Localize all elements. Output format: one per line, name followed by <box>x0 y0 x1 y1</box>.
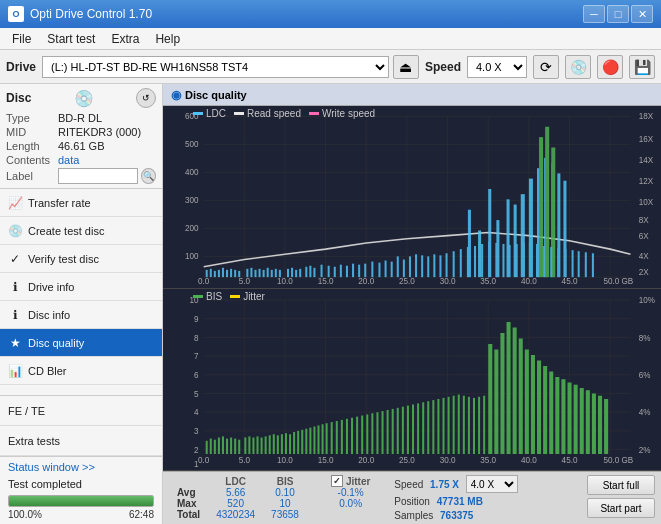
nav-disc-quality-label: Disc quality <box>28 337 84 349</box>
disc-panel-refresh[interactable]: ↺ <box>136 88 156 108</box>
svg-rect-194 <box>293 432 295 454</box>
svg-rect-180 <box>234 438 236 453</box>
content-area: ◉ Disc quality LDC Read speed <box>163 84 661 524</box>
svg-text:8%: 8% <box>639 332 651 342</box>
nav-fe-te[interactable]: FE / TE <box>0 396 162 426</box>
svg-text:45.0: 45.0 <box>562 277 578 286</box>
disc-mid-row: MID RITEKDR3 (000) <box>6 126 156 138</box>
nav-disc-info[interactable]: ℹ Disc info <box>0 301 162 329</box>
svg-rect-47 <box>218 270 220 277</box>
drive-select[interactable]: (L:) HL-DT-ST BD-RE WH16NS58 TST4 <box>42 56 389 78</box>
svg-rect-103 <box>433 254 435 277</box>
svg-text:50.0 GB: 50.0 GB <box>603 277 633 286</box>
svg-rect-67 <box>309 266 311 277</box>
nav-fe-te-label: FE / TE <box>8 405 45 417</box>
maximize-button[interactable]: □ <box>607 5 629 23</box>
start-buttons: Start full Start part <box>587 475 655 518</box>
svg-rect-116 <box>523 243 525 277</box>
nav-cd-bler-label: CD Bler <box>28 365 67 377</box>
menu-help[interactable]: Help <box>147 30 188 48</box>
svg-rect-119 <box>543 246 545 277</box>
menu-file[interactable]: File <box>4 30 39 48</box>
create-test-disc-icon: 💿 <box>8 224 22 238</box>
toolbar-btn-2[interactable]: 💿 <box>565 55 591 79</box>
disc-length-val: 46.61 GB <box>58 140 104 152</box>
speed-select[interactable]: 4.0 X <box>467 56 527 78</box>
svg-rect-229 <box>513 327 517 454</box>
status-window-link[interactable]: Status window >> <box>8 461 95 473</box>
svg-text:8X: 8X <box>639 216 649 225</box>
svg-rect-217 <box>402 406 404 453</box>
drive-label: Drive <box>6 60 36 74</box>
svg-rect-175 <box>214 439 216 453</box>
menu-bar: File Start test Extra Help <box>0 28 661 50</box>
svg-rect-192 <box>285 433 287 454</box>
svg-rect-107 <box>460 249 462 277</box>
svg-rect-188 <box>269 435 271 454</box>
jitter-checkbox[interactable]: ✓ <box>331 475 343 487</box>
bottom-chart: BIS Jitter <box>163 289 661 472</box>
svg-rect-215 <box>392 408 394 453</box>
eject-button[interactable]: ⏏ <box>393 55 419 79</box>
toolbar-btn-3[interactable]: 🔴 <box>597 55 623 79</box>
elapsed-time: 62:48 <box>129 509 154 520</box>
start-full-button[interactable]: Start full <box>587 475 655 495</box>
nav-extra-tests[interactable]: Extra tests <box>0 426 162 456</box>
disc-label-search-btn[interactable]: 🔍 <box>141 168 156 184</box>
disc-label-input[interactable] <box>58 168 138 184</box>
disc-label-row: Label 🔍 <box>6 168 156 184</box>
transfer-rate-icon: 📈 <box>8 196 22 210</box>
menu-start-test[interactable]: Start test <box>39 30 103 48</box>
toolbar-btn-4[interactable]: 💾 <box>629 55 655 79</box>
nav-transfer-rate[interactable]: 📈 Transfer rate <box>0 189 162 217</box>
svg-rect-220 <box>417 403 419 454</box>
speed-current-val: 1.75 X <box>430 479 459 490</box>
svg-rect-173 <box>206 440 208 453</box>
svg-rect-200 <box>317 425 319 454</box>
verify-test-disc-icon: ✓ <box>8 252 22 266</box>
nav-cd-bler[interactable]: 📊 CD Bler <box>0 357 162 385</box>
svg-text:10.0: 10.0 <box>277 277 293 286</box>
svg-rect-228 <box>507 322 511 454</box>
svg-text:30.0: 30.0 <box>440 277 456 286</box>
svg-text:2%: 2% <box>639 444 651 454</box>
close-button[interactable]: ✕ <box>631 5 653 23</box>
menu-extra[interactable]: Extra <box>103 30 147 48</box>
svg-rect-109 <box>474 246 476 277</box>
svg-text:30.0: 30.0 <box>440 454 456 464</box>
speed-dropdown[interactable]: 4.0 X <box>466 475 518 493</box>
nav-drive-info[interactable]: ℹ Drive info <box>0 273 162 301</box>
svg-text:7: 7 <box>194 351 199 361</box>
total-bis: 73658 <box>263 509 307 520</box>
start-part-button[interactable]: Start part <box>587 498 655 518</box>
svg-rect-123 <box>572 250 574 277</box>
nav-verify-test-disc[interactable]: ✓ Verify test disc <box>0 245 162 273</box>
svg-rect-238 <box>567 382 571 454</box>
toolbar-btn-1[interactable]: ⟳ <box>533 55 559 79</box>
status-bottom: Status window >> Test completed 100.0% 6… <box>0 456 162 524</box>
legend-write: Write speed <box>309 108 375 119</box>
svg-rect-179 <box>230 437 232 454</box>
svg-text:12X: 12X <box>639 177 654 186</box>
svg-text:10%: 10% <box>639 294 656 304</box>
svg-rect-251 <box>473 397 475 453</box>
svg-rect-80 <box>391 262 393 278</box>
nav-create-test-disc[interactable]: 💿 Create test disc <box>0 217 162 245</box>
svg-rect-50 <box>230 269 232 277</box>
svg-text:35.0: 35.0 <box>480 454 496 464</box>
svg-rect-186 <box>261 437 263 454</box>
disc-panel-title: Disc <box>6 91 31 105</box>
svg-rect-59 <box>271 270 273 277</box>
svg-rect-97 <box>397 256 399 277</box>
nav-disc-quality[interactable]: ★ Disc quality <box>0 329 162 357</box>
status-completed-text: Test completed <box>8 478 82 490</box>
title-bar-text: Opti Drive Control 1.70 <box>30 7 152 21</box>
disc-type-val: BD-R DL <box>58 112 102 124</box>
minimize-button[interactable]: ─ <box>583 5 605 23</box>
svg-rect-239 <box>574 384 578 453</box>
progress-percent: 100.0% <box>8 509 42 520</box>
svg-rect-55 <box>254 270 256 277</box>
samples-info-row: Samples 763375 <box>394 510 517 521</box>
svg-rect-230 <box>519 338 523 454</box>
svg-text:25.0: 25.0 <box>399 277 415 286</box>
